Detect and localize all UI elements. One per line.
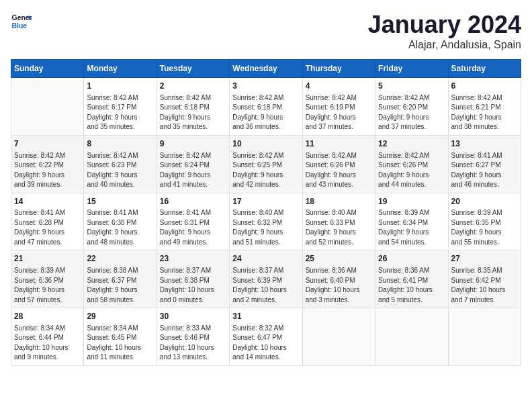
day-number: 4 [306,81,372,92]
calendar-cell: 21Sunrise: 8:39 AM Sunset: 6:36 PM Dayli… [11,250,84,308]
day-number: 14 [14,196,81,208]
day-content: Sunrise: 8:42 AM Sunset: 6:18 PM Dayligh… [160,93,226,132]
calendar-cell: 15Sunrise: 8:41 AM Sunset: 6:30 PM Dayli… [84,193,157,250]
day-number: 6 [451,81,518,92]
calendar-cell: 20Sunrise: 8:39 AM Sunset: 6:35 PM Dayli… [448,193,521,250]
calendar-cell: 27Sunrise: 8:35 AM Sunset: 6:42 PM Dayli… [448,250,521,308]
day-content: Sunrise: 8:42 AM Sunset: 6:26 PM Dayligh… [378,151,445,190]
day-content: Sunrise: 8:42 AM Sunset: 6:26 PM Dayligh… [306,151,372,190]
day-content: Sunrise: 8:42 AM Sunset: 6:18 PM Dayligh… [232,93,299,132]
calendar-cell: 8Sunrise: 8:42 AM Sunset: 6:23 PM Daylig… [84,135,157,193]
calendar-table: SundayMondayTuesdayWednesdayThursdayFrid… [11,59,521,366]
day-number: 16 [160,196,226,208]
day-number: 11 [306,138,372,150]
day-content: Sunrise: 8:41 AM Sunset: 6:28 PM Dayligh… [14,208,81,247]
calendar-cell: 10Sunrise: 8:42 AM Sunset: 6:25 PM Dayli… [230,135,302,193]
day-content: Sunrise: 8:40 AM Sunset: 6:32 PM Dayligh… [232,208,299,247]
location-title: Alajar, Andalusia, Spain [368,39,521,51]
calendar-cell: 30Sunrise: 8:33 AM Sunset: 6:46 PM Dayli… [157,308,229,366]
calendar-cell: 17Sunrise: 8:40 AM Sunset: 6:32 PM Dayli… [230,193,302,250]
weekday-header-wednesday: Wednesday [230,60,302,78]
day-content: Sunrise: 8:35 AM Sunset: 6:42 PM Dayligh… [451,266,518,305]
day-number: 25 [306,253,372,265]
calendar-cell: 23Sunrise: 8:37 AM Sunset: 6:38 PM Dayli… [157,250,229,308]
day-number: 26 [378,253,445,265]
calendar-cell: 25Sunrise: 8:36 AM Sunset: 6:40 PM Dayli… [302,250,375,308]
day-number: 28 [14,311,81,322]
day-number: 22 [87,253,153,265]
day-number: 20 [451,196,518,208]
day-content: Sunrise: 8:34 AM Sunset: 6:45 PM Dayligh… [87,324,153,363]
week-row-1: 1Sunrise: 8:42 AM Sunset: 6:17 PM Daylig… [11,78,521,136]
day-number: 5 [378,81,445,92]
day-content: Sunrise: 8:33 AM Sunset: 6:46 PM Dayligh… [160,324,226,363]
calendar-cell: 26Sunrise: 8:36 AM Sunset: 6:41 PM Dayli… [375,250,448,308]
svg-text:Blue: Blue [12,22,28,30]
day-content: Sunrise: 8:36 AM Sunset: 6:40 PM Dayligh… [306,266,372,305]
day-content: Sunrise: 8:39 AM Sunset: 6:34 PM Dayligh… [378,208,445,247]
logo-icon: General Blue [11,11,32,32]
day-content: Sunrise: 8:38 AM Sunset: 6:37 PM Dayligh… [87,266,153,305]
calendar-cell: 18Sunrise: 8:40 AM Sunset: 6:33 PM Dayli… [302,193,375,250]
week-row-4: 21Sunrise: 8:39 AM Sunset: 6:36 PM Dayli… [11,250,521,308]
day-content: Sunrise: 8:37 AM Sunset: 6:38 PM Dayligh… [160,266,226,305]
calendar-cell: 11Sunrise: 8:42 AM Sunset: 6:26 PM Dayli… [302,135,375,193]
week-row-2: 7Sunrise: 8:42 AM Sunset: 6:22 PM Daylig… [11,135,521,193]
day-number: 21 [14,253,81,265]
day-content: Sunrise: 8:39 AM Sunset: 6:35 PM Dayligh… [451,208,518,247]
calendar-cell [11,78,84,136]
day-number: 13 [451,138,518,150]
day-number: 24 [232,253,299,265]
day-number: 8 [87,138,153,150]
weekday-header-thursday: Thursday [302,60,375,78]
day-number: 27 [451,253,518,265]
day-number: 18 [306,196,372,208]
calendar-cell: 2Sunrise: 8:42 AM Sunset: 6:18 PM Daylig… [157,78,229,136]
calendar-cell [375,308,448,366]
calendar-cell: 12Sunrise: 8:42 AM Sunset: 6:26 PM Dayli… [375,135,448,193]
calendar-cell [448,308,521,366]
week-row-5: 28Sunrise: 8:34 AM Sunset: 6:44 PM Dayli… [11,308,521,366]
day-number: 23 [160,253,226,265]
day-number: 31 [232,311,299,322]
calendar-cell: 7Sunrise: 8:42 AM Sunset: 6:22 PM Daylig… [11,135,84,193]
weekday-header-saturday: Saturday [448,60,521,78]
day-number: 10 [232,138,299,150]
calendar-cell: 24Sunrise: 8:37 AM Sunset: 6:39 PM Dayli… [230,250,302,308]
weekday-header-monday: Monday [84,60,157,78]
weekday-header-friday: Friday [375,60,448,78]
calendar-cell: 14Sunrise: 8:41 AM Sunset: 6:28 PM Dayli… [11,193,84,250]
day-content: Sunrise: 8:34 AM Sunset: 6:44 PM Dayligh… [14,324,81,363]
header: General Blue January 2024 Alajar, Andalu… [11,11,521,51]
day-number: 1 [87,81,153,92]
calendar-cell: 29Sunrise: 8:34 AM Sunset: 6:45 PM Dayli… [84,308,157,366]
week-row-3: 14Sunrise: 8:41 AM Sunset: 6:28 PM Dayli… [11,193,521,250]
day-content: Sunrise: 8:41 AM Sunset: 6:27 PM Dayligh… [451,151,518,190]
day-number: 9 [160,138,226,150]
weekday-header-sunday: Sunday [11,60,84,78]
calendar-cell: 22Sunrise: 8:38 AM Sunset: 6:37 PM Dayli… [84,250,157,308]
calendar-cell: 13Sunrise: 8:41 AM Sunset: 6:27 PM Dayli… [448,135,521,193]
calendar-cell: 28Sunrise: 8:34 AM Sunset: 6:44 PM Dayli… [11,308,84,366]
calendar-cell [302,308,375,366]
calendar-cell: 16Sunrise: 8:41 AM Sunset: 6:31 PM Dayli… [157,193,229,250]
calendar-cell: 19Sunrise: 8:39 AM Sunset: 6:34 PM Dayli… [375,193,448,250]
day-content: Sunrise: 8:32 AM Sunset: 6:47 PM Dayligh… [232,324,299,363]
weekday-header-row: SundayMondayTuesdayWednesdayThursdayFrid… [11,60,521,78]
calendar-cell: 31Sunrise: 8:32 AM Sunset: 6:47 PM Dayli… [230,308,302,366]
day-content: Sunrise: 8:42 AM Sunset: 6:20 PM Dayligh… [378,93,445,132]
month-title: January 2024 [368,11,521,39]
weekday-header-tuesday: Tuesday [157,60,229,78]
day-content: Sunrise: 8:41 AM Sunset: 6:31 PM Dayligh… [160,208,226,247]
day-number: 12 [378,138,445,150]
day-content: Sunrise: 8:37 AM Sunset: 6:39 PM Dayligh… [232,266,299,305]
day-content: Sunrise: 8:42 AM Sunset: 6:23 PM Dayligh… [87,151,153,190]
day-number: 30 [160,311,226,322]
day-content: Sunrise: 8:39 AM Sunset: 6:36 PM Dayligh… [14,266,81,305]
day-number: 19 [378,196,445,208]
day-number: 3 [232,81,299,92]
day-content: Sunrise: 8:36 AM Sunset: 6:41 PM Dayligh… [378,266,445,305]
day-content: Sunrise: 8:42 AM Sunset: 6:22 PM Dayligh… [14,151,81,190]
day-number: 2 [160,81,226,92]
day-content: Sunrise: 8:42 AM Sunset: 6:19 PM Dayligh… [306,93,372,132]
